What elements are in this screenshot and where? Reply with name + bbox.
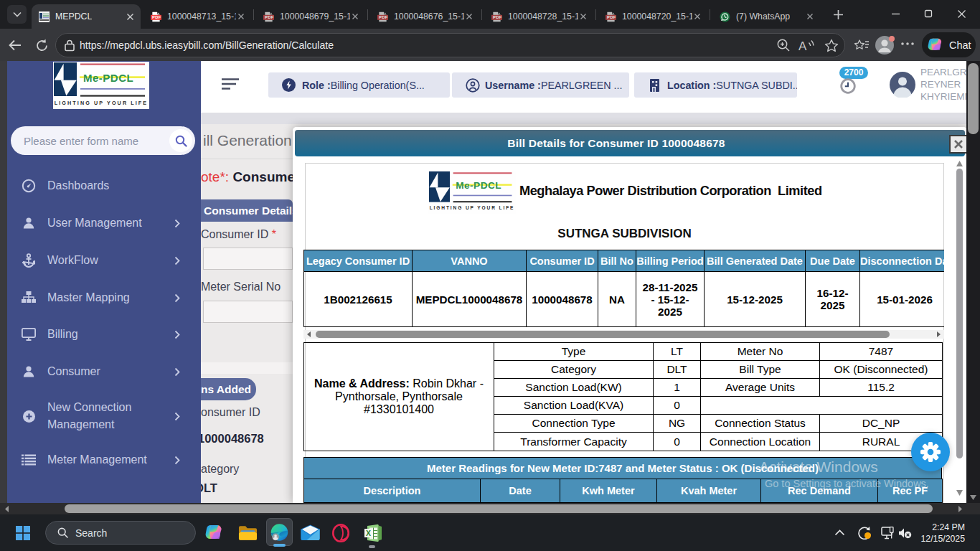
- svg-text:PDF: PDF: [152, 15, 161, 19]
- svg-text:PDF: PDF: [607, 15, 616, 19]
- svg-text:Me-PDCL: Me-PDCL: [456, 180, 501, 191]
- svg-text:LIGHTING UP YOUR LIFE: LIGHTING UP YOUR LIFE: [55, 100, 149, 106]
- svg-text:Me-PDCL: Me-PDCL: [83, 72, 133, 84]
- svg-text:LIGHTING UP YOUR LIFE: LIGHTING UP YOUR LIFE: [430, 205, 515, 210]
- svg-text:PDF: PDF: [265, 15, 274, 19]
- svg-text:X: X: [366, 529, 371, 537]
- svg-text:A: A: [798, 39, 807, 52]
- svg-text:PDF: PDF: [493, 15, 502, 19]
- svg-text:PDF: PDF: [379, 15, 388, 19]
